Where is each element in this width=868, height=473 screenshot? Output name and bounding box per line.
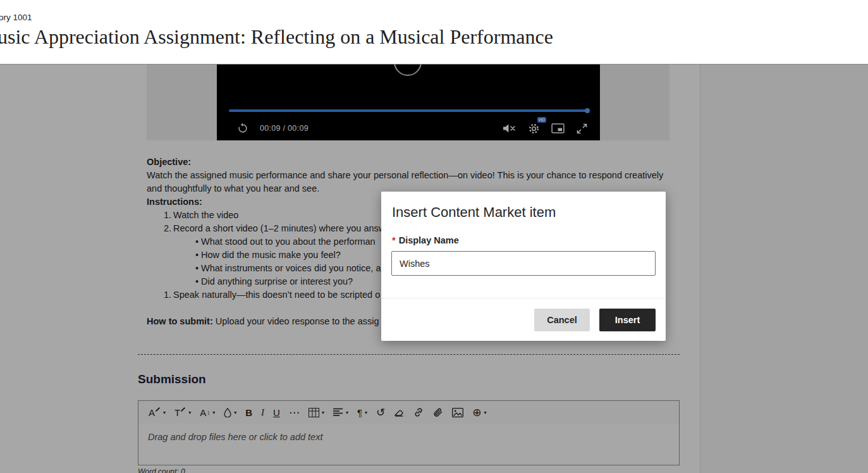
display-name-input[interactable] <box>391 251 656 276</box>
course-header: ory 1001 usic Appreciation Assignment: R… <box>0 0 868 64</box>
insert-content-market-modal: Insert Content Market item *Display Name… <box>381 192 666 341</box>
page: ory 1001 usic Appreciation Assignment: R… <box>0 0 868 473</box>
page-title: usic Appreciation Assignment: Reflecting… <box>0 25 553 49</box>
insert-button[interactable]: Insert <box>599 309 656 331</box>
required-asterisk: * <box>392 235 396 245</box>
cancel-button[interactable]: Cancel <box>534 309 590 331</box>
modal-footer: Cancel Insert <box>381 298 666 341</box>
breadcrumb-course-link[interactable]: ory 1001 <box>0 13 32 22</box>
modal-title: Insert Content Market item <box>392 204 556 221</box>
display-name-label: *Display Name <box>392 235 459 245</box>
